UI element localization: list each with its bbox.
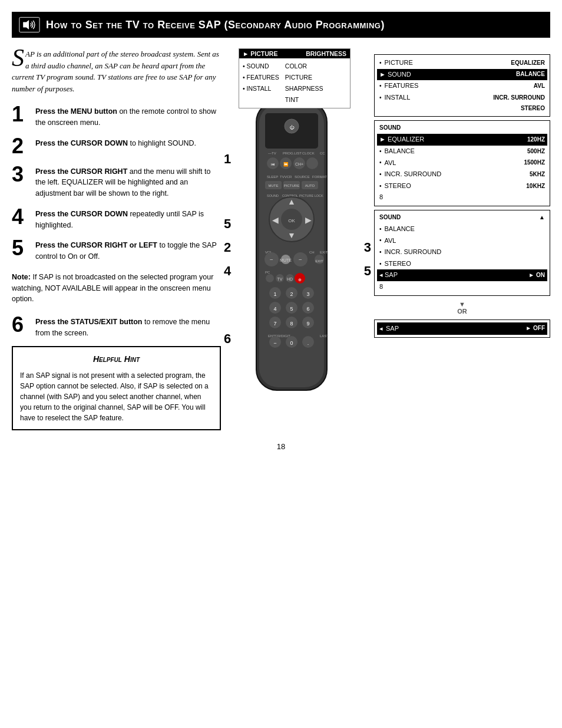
svg-text:AUTO: AUTO (305, 184, 315, 187)
menu4-val-on: ► ON (528, 271, 545, 280)
menu4-title-row: SOUND ▲ (379, 213, 545, 222)
picture-menu-body: • SOUND • FEATURES • INSTALL COLOR PICTU… (239, 58, 350, 108)
svg-text:PC: PC (265, 271, 270, 274)
step-text-2: Press the CURSOR DOWN to highlight SOUND… (35, 136, 196, 149)
menu-item-install: • INSTALL (243, 83, 279, 94)
picture-menu-left: • SOUND • FEATURES • INSTALL (243, 61, 279, 106)
helpful-hint-text: If an SAP signal is not present with a s… (20, 370, 213, 423)
svg-text:FORMAT: FORMAT (312, 175, 327, 179)
bullet-icon: • (379, 182, 382, 191)
svg-text:⊕: ⊕ (298, 278, 302, 282)
arrow-icon: ► (379, 134, 386, 145)
menu2-val-stereo: STEREO (521, 104, 545, 113)
svg-text:CLOCK: CLOCK (302, 151, 315, 155)
svg-text:.: . (308, 340, 309, 346)
step-text-4: Press the CURSOR DOWN repeatedly until S… (35, 206, 221, 231)
bullet-icon: • (379, 248, 382, 257)
picture-menu-right: COLOR PICTURE SHARPNESS TINT (285, 61, 323, 106)
step-2: 2 Press the CURSOR DOWN to highlight SOU… (12, 136, 221, 157)
menu2-text-sound: SOUND (388, 70, 411, 80)
menu2-row-features: • FEATURES AVL (379, 80, 545, 92)
svg-text:ENTER/DIGIT: ENTER/DIGIT (268, 334, 290, 338)
menu2-val-avl: AVL (534, 81, 545, 91)
menu2-text-picture: PICTURE (385, 58, 413, 68)
bullet-icon: • (379, 170, 382, 179)
svg-text:−: − (270, 256, 273, 263)
menu3-text-balance: BALANCE (385, 146, 415, 157)
main-content: SAP is an additional part of the stereo … (12, 48, 550, 430)
svg-text:CH+: CH+ (295, 162, 303, 166)
menu2-row-stereo: STEREO (379, 103, 545, 114)
bullet-icon: • (379, 259, 382, 269)
svg-text:⏩: ⏩ (283, 162, 289, 167)
menu2-row-sound-highlighted: ► SOUND BALANCE (377, 69, 547, 81)
down-arrow-icon: ▼ (459, 301, 465, 308)
menu3-val-1500hz: 1500HZ (524, 158, 545, 167)
svg-text:7: 7 (273, 321, 276, 327)
svg-text:HD: HD (287, 277, 293, 281)
svg-text:PICTURE: PICTURE (284, 184, 299, 187)
menu3-text-8: 8 (379, 192, 383, 203)
svg-text:▲: ▲ (287, 197, 296, 206)
svg-text:EXIT: EXIT (315, 259, 323, 263)
remote-step-label-5b: 5 (364, 263, 371, 279)
menu3-row-8: 8 (379, 192, 545, 203)
svg-point-50 (266, 274, 274, 282)
svg-text:—TV: —TV (268, 151, 276, 155)
menu-header-brightness: BRIGHTNESS (306, 50, 346, 57)
step-number-3: 3 (12, 164, 35, 185)
step-number-2: 2 (12, 136, 35, 157)
remote-step-label-2: 2 (224, 240, 231, 255)
svg-point-17 (306, 157, 318, 169)
menu4-row-sap-on: ◂ SAP ► ON (377, 269, 547, 281)
svg-text:◀: ◀ (272, 215, 279, 225)
step-4: 4 Press the CURSOR DOWN repeatedly until… (12, 206, 221, 231)
step-number-4: 4 (12, 206, 35, 228)
arrow-icon: ◂ (379, 324, 383, 334)
menu4-row-8: 8 (379, 281, 545, 293)
menu4-row-balance: • BALANCE (379, 223, 545, 235)
intro-paragraph: SAP is an additional part of the stereo … (12, 48, 221, 94)
menu2-val-equalizer: EQUALIZER (511, 58, 545, 68)
menu4-text-incr: INCR. SURROUND (385, 247, 442, 258)
bullet-icon: • (379, 158, 382, 167)
svg-text:SOURCE: SOURCE (295, 175, 310, 179)
svg-text:EXIT: EXIT (320, 251, 328, 254)
menu5-panel: ◂ SAP ► OFF (374, 319, 550, 338)
helpful-hint-box: Helpful Hint If an SAP signal is not pre… (12, 346, 221, 430)
svg-text:⏻: ⏻ (289, 125, 295, 130)
svg-text:0: 0 (290, 340, 293, 346)
svg-text:3: 3 (306, 291, 309, 297)
svg-text:5: 5 (290, 306, 293, 312)
bullet-icon: • (379, 93, 382, 103)
step-number-1: 1 (12, 104, 35, 125)
svg-text:OK: OK (288, 218, 295, 223)
svg-text:2: 2 (290, 291, 293, 297)
menu4-text-balance: BALANCE (385, 224, 415, 235)
menu3-text-avl: AVL (385, 158, 396, 169)
menu2-row-picture: • PICTURE EQUALIZER (379, 57, 545, 69)
remote-area: ► PICTURE BRIGHTNESS • SOUND • FEATURES … (233, 48, 368, 430)
menu3-val-120hz: 120HZ (527, 135, 545, 144)
steps-container: 1 Press the MENU button on the remote co… (12, 104, 221, 262)
menu3-text-equalizer: EQUALIZER (388, 134, 424, 145)
menu2-text-features: FEATURES (385, 81, 419, 91)
svg-text:9: 9 (306, 321, 309, 327)
remote-step-label-3: 3 (364, 240, 371, 255)
svg-text:6: 6 (306, 306, 309, 312)
remote-step-label-1: 1 (224, 151, 231, 167)
svg-text:TVVCR: TVVCR (280, 175, 292, 179)
menu4-panel: SOUND ▲ • BALANCE • AVL • INCR. SURROUND… (374, 210, 550, 296)
remote-control: ⏻ —TV PROG.LIST CLOCK CC ⏮ ⏩ CH+ SLEEP (233, 95, 368, 404)
helpful-hint-title: Helpful Hint (20, 353, 213, 365)
menu3-text-stereo: STEREO (385, 181, 411, 192)
menu-val-sharpness: SHARPNESS (285, 83, 323, 94)
menu3-title: SOUND (379, 123, 545, 133)
menu4-text-avl: AVL (385, 236, 396, 246)
menu4-title: SOUND (379, 213, 401, 222)
menu4-text-sap: SAP (385, 270, 398, 281)
bullet-icon: • (379, 58, 382, 68)
svg-text:CH: CH (309, 251, 315, 254)
svg-text:▼: ▼ (287, 230, 296, 240)
menu4-row-avl: • AVL (379, 235, 545, 247)
